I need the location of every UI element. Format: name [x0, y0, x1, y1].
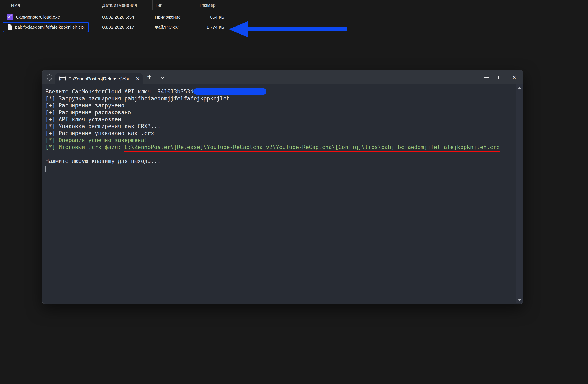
minimize-icon	[484, 77, 489, 78]
minimize-button[interactable]	[480, 70, 493, 84]
terminal-cursor	[45, 166, 46, 172]
scroll-down-arrow-icon[interactable]	[518, 298, 522, 301]
maximize-icon	[498, 76, 502, 79]
new-tab-button[interactable]: +	[145, 72, 154, 83]
capmonster-app-icon: ⚙⚙	[7, 14, 13, 20]
console-cursor-line	[45, 165, 516, 172]
file-name-cell[interactable]: pabjfbciaedomjjfelfafejkppknjleh.crx	[2, 22, 89, 32]
file-row[interactable]: pabjfbciaedomjjfelfafejkppknjleh.crx03.0…	[0, 22, 252, 32]
console-line-api-key: Введите CapMonsterCloud API ключ: 941013…	[45, 87, 516, 95]
explorer-column-header: Имя Дата изменения Тип Размер	[0, 0, 252, 10]
console-line: [+] Расширение упаковано как .crx	[45, 130, 516, 137]
console-text: [*] Итоговый .crx файл:	[45, 144, 125, 150]
file-name-cell[interactable]: ⚙⚙CapMonsterCloud.exe	[2, 12, 89, 22]
column-divider[interactable]	[152, 0, 153, 10]
file-type: Файл "CRX"	[155, 25, 179, 30]
file-name: pabjfbciaedomjjfelfafejkppknjleh.crx	[15, 25, 84, 30]
column-divider[interactable]	[197, 0, 197, 10]
column-divider[interactable]	[101, 0, 101, 10]
file-name: CapMonsterCloud.exe	[16, 15, 60, 20]
file-date-modified: 03.02.2026 6:17	[102, 25, 134, 30]
close-icon: ✕	[512, 75, 517, 80]
crx-file-icon	[8, 24, 12, 30]
redacted-api-key-overlay	[193, 89, 266, 94]
console-line: [+] API ключ установлен	[45, 116, 516, 123]
console-line-result-path: [*] Итоговый .crx файл: E:\ZennoPoster\[…	[45, 144, 516, 151]
arrow-head	[229, 21, 248, 37]
column-header-size[interactable]: Размер	[200, 2, 215, 8]
shield-icon	[46, 74, 53, 81]
file-type: Приложение	[155, 15, 181, 20]
cmd-prompt-icon: C:\	[59, 76, 66, 82]
arrow-shaft	[247, 27, 347, 31]
svg-text:C:\: C:\	[60, 78, 64, 81]
console-line: [*] Загрузка расширения pabjfbciaedomjjf…	[45, 95, 516, 102]
console-line: [+] Расширение загружено	[45, 102, 516, 109]
blue-left-arrow-annotation	[229, 21, 348, 37]
terminal-output[interactable]: Введите CapMonsterCloud API ключ: 941013…	[42, 84, 516, 303]
file-explorer-pane: Имя Дата изменения Тип Размер ⚙⚙CapMonst…	[0, 0, 252, 38]
tab-close-icon[interactable]: ✕	[136, 76, 140, 82]
file-size: 654 КБ	[195, 15, 224, 20]
file-row[interactable]: ⚙⚙CapMonsterCloud.exe03.02.2026 5:54Прил…	[0, 12, 252, 22]
terminal-titlebar[interactable]: C:\ E:\ZennoPoster\[Release]\You ✕ + ✕	[42, 70, 523, 84]
console-text: Введите CapMonsterCloud API ключ: 941013…	[45, 89, 193, 95]
tab-dropdown-chevron-icon[interactable]	[158, 74, 167, 81]
file-size: 1 774 КБ	[195, 25, 224, 30]
maximize-button[interactable]	[493, 70, 507, 84]
file-date-modified: 03.02.2026 5:54	[102, 15, 134, 20]
tab-title: E:\ZennoPoster\[Release]\You	[68, 76, 134, 82]
column-header-type[interactable]: Тип	[155, 2, 163, 8]
crx-file-path-underlined: E:\ZennoPoster\[Release]\YouTube-ReCaptc…	[125, 144, 500, 152]
window-controls: ✕	[480, 70, 521, 84]
column-header-name[interactable]: Имя	[11, 2, 20, 8]
console-line: [*] Операция успешно завершена!	[45, 137, 516, 144]
scroll-up-arrow-icon[interactable]	[518, 87, 522, 89]
console-line: [+] Расширение распаковано	[45, 109, 516, 116]
chevron-up-icon	[53, 0, 57, 5]
column-divider[interactable]	[226, 0, 227, 10]
terminal-scrollbar[interactable]	[516, 84, 523, 303]
terminal-window: C:\ E:\ZennoPoster\[Release]\You ✕ + ✕ В…	[42, 70, 524, 304]
column-header-date-modified[interactable]: Дата изменения	[102, 2, 137, 8]
close-button[interactable]: ✕	[507, 70, 521, 84]
console-line: [*] Упаковка расширения как CRX3...	[45, 123, 516, 130]
console-line: Нажмите любую клавишу для выхода...	[45, 158, 516, 165]
terminal-tab[interactable]: C:\ E:\ZennoPoster\[Release]\You ✕	[55, 73, 143, 84]
